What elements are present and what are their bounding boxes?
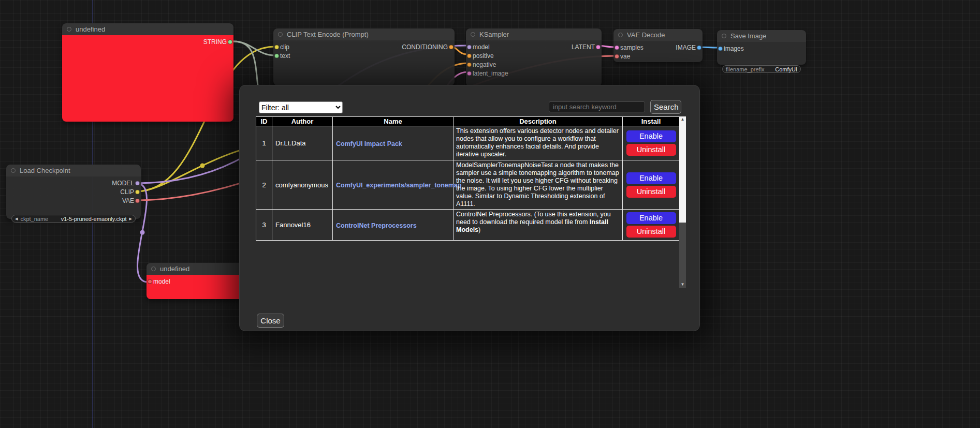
node-vae-decode[interactable]: VAE Decode samples IMAGE vae (613, 29, 703, 62)
cell-author: Fannovel16 (272, 210, 333, 241)
arrow-right-icon[interactable]: ▶ (129, 217, 132, 220)
enable-button[interactable]: Enable (626, 172, 676, 184)
description-text: ModelSamplerTonemapNoiseTest a node that… (456, 161, 619, 208)
wire-string-to-text (233, 41, 275, 55)
output-slot-vae[interactable] (135, 198, 140, 203)
input-slot-vae[interactable] (615, 54, 619, 58)
table-row: 1 Dr.Lt.Data ComfyUI Impact Pack This ex… (256, 126, 680, 160)
column-header-description: Description (454, 117, 623, 126)
node-save-image[interactable]: Save Image images filename_prefix ComfyU… (717, 30, 806, 65)
ckpt-name-widget[interactable]: ◀ ckpt_name v1-5-pruned-emaonly.ckpt ▶ (11, 215, 136, 223)
node-ksampler[interactable]: KSampler model LATENT positive negative … (466, 28, 602, 86)
uninstall-button[interactable]: Uninstall (626, 186, 676, 198)
search-button[interactable]: Search (650, 100, 681, 114)
collapse-dot-icon[interactable] (11, 168, 16, 173)
extension-link[interactable]: ComfyUI Impact Pack (336, 140, 402, 147)
input-slot-clip[interactable] (274, 45, 279, 49)
collapse-dot-icon[interactable] (151, 267, 156, 271)
node-title: Save Image (730, 32, 766, 40)
close-button[interactable]: Close (257, 314, 284, 328)
node-header[interactable]: Save Image (717, 30, 806, 42)
output-slot-model[interactable] (135, 181, 140, 185)
node-title: undefined (160, 265, 189, 273)
cell-description: ModelSamplerTonemapNoiseTest a node that… (454, 160, 623, 210)
input-slot-images[interactable] (718, 46, 723, 51)
extension-link[interactable]: ControlNet Preprocessors (336, 222, 417, 229)
input-slot-samples[interactable] (615, 45, 619, 50)
enable-button[interactable]: Enable (626, 130, 676, 142)
comfyui-canvas[interactable]: { "icons": { "arrow_left": "◀", "arrow_r… (0, 0, 980, 428)
cell-id: 1 (256, 126, 272, 160)
slot-label-clip-out: CLIP (120, 188, 134, 196)
wire-midpoint-dot (140, 230, 145, 235)
wire-midpoint-dot (200, 164, 205, 168)
input-slot-model[interactable] (467, 45, 472, 49)
scrollbar-down-icon[interactable]: ▼ (679, 282, 686, 288)
scrollbar-thumb[interactable] (679, 123, 686, 223)
output-slot-image[interactable] (697, 45, 701, 50)
extension-link[interactable]: ComfyUI_experiments/sampler_tonemap (336, 182, 461, 189)
widget-label: ckpt_name (20, 216, 48, 222)
enable-button[interactable]: Enable (626, 212, 676, 224)
custom-nodes-manager-dialog: Filter: all Search ID Author Name Descri… (239, 85, 700, 331)
node-header[interactable]: Load Checkpoint (6, 165, 141, 176)
node-title: Load Checkpoint (20, 167, 70, 174)
slot-label-model: model (153, 278, 170, 285)
search-input[interactable] (549, 101, 645, 112)
collapse-dot-icon[interactable] (278, 32, 283, 37)
extensions-table: ID Author Name Description Install 1 Dr.… (256, 116, 680, 241)
arrow-left-icon[interactable]: ◀ (15, 217, 18, 220)
cell-author: Dr.Lt.Data (272, 126, 333, 160)
slot-label-latent-image: latent_image (473, 70, 508, 77)
input-slot-text[interactable] (274, 53, 279, 58)
output-slot-clip[interactable] (135, 189, 140, 194)
slot-label-conditioning: CONDITIONING (402, 43, 448, 51)
node-title: undefined (76, 25, 105, 33)
collapse-dot-icon[interactable] (471, 32, 475, 37)
description-text: This extension offers various detector n… (456, 127, 619, 158)
output-slot-latent[interactable] (596, 45, 601, 49)
filter-select[interactable]: Filter: all (259, 101, 343, 113)
scrollbar[interactable]: ▲ ▼ (679, 116, 686, 288)
output-slot-conditioning[interactable] (449, 45, 454, 49)
node-load-checkpoint[interactable]: Load Checkpoint MODEL CLIP VAE ◀ ckpt_na… (6, 165, 141, 219)
table-header-row: ID Author Name Description Install (256, 117, 680, 126)
cell-description: This extension offers various detector n… (454, 126, 623, 160)
node-title: KSampler (479, 31, 509, 38)
slot-label-latent: LATENT (572, 43, 595, 51)
extensions-table-container: ID Author Name Description Install 1 Dr.… (256, 116, 686, 288)
cell-description: ControlNet Preprocessors. (To use this e… (454, 210, 623, 241)
collapse-dot-icon[interactable] (67, 27, 71, 32)
slot-label-model: model (473, 43, 490, 51)
node-clip-text-encode[interactable]: CLIP Text Encode (Prompt) clip CONDITION… (273, 28, 455, 85)
input-slot-negative[interactable] (467, 62, 472, 67)
slot-label-vae: vae (620, 53, 630, 60)
uninstall-button[interactable]: Uninstall (626, 226, 676, 238)
slot-label-images: images (724, 45, 744, 52)
node-title: VAE Decode (627, 31, 665, 39)
table-row: 3 Fannovel16 ControlNet Preprocessors Co… (256, 210, 680, 241)
node-header[interactable]: CLIP Text Encode (Prompt) (273, 28, 455, 40)
collapse-dot-icon[interactable] (722, 34, 726, 38)
input-slot-positive[interactable] (467, 53, 472, 58)
uninstall-button[interactable]: Uninstall (626, 144, 676, 156)
slot-label-clip: clip (280, 43, 289, 51)
node-header[interactable]: KSampler (466, 28, 602, 40)
widget-value: v1-5-pruned-emaonly.ckpt (61, 216, 127, 222)
output-slot-string[interactable] (228, 39, 232, 44)
slot-label-negative: negative (473, 61, 496, 68)
slot-label-vae-out: VAE (122, 197, 134, 204)
input-slot-model[interactable] (148, 279, 152, 284)
collapse-dot-icon[interactable] (618, 33, 623, 37)
input-slot-latent-image[interactable] (467, 71, 472, 76)
filename-prefix-widget[interactable]: filename_prefix ComfyUI (722, 65, 801, 73)
node-header[interactable]: VAE Decode (613, 29, 703, 41)
widget-label: filename_prefix (726, 66, 765, 72)
node-header[interactable]: undefined (62, 23, 233, 35)
slot-label-string: STRING (203, 38, 227, 46)
node-undefined-top[interactable]: undefined STRING (62, 23, 233, 122)
scrollbar-up-icon[interactable]: ▲ (679, 116, 686, 123)
column-header-name: Name (333, 117, 454, 126)
table-row: 2 comfyanonymous ComfyUI_experiments/sam… (256, 160, 680, 210)
node-title: CLIP Text Encode (Prompt) (287, 31, 369, 38)
